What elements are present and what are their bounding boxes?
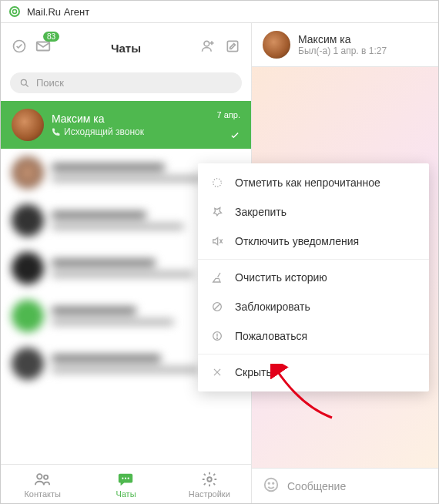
- svg-point-11: [128, 478, 129, 479]
- svg-point-13: [265, 479, 278, 492]
- menu-clear[interactable]: Очистить историю: [198, 263, 429, 292]
- menu-label: Пожаловаться: [235, 330, 307, 342]
- svg-point-16: [213, 179, 222, 187]
- menu-pin[interactable]: Закрепить: [198, 197, 429, 227]
- composer[interactable]: Сообщение: [252, 468, 438, 503]
- svg-point-6: [21, 79, 26, 85]
- chat-name: Максим ка: [52, 113, 209, 125]
- avatar: [12, 109, 44, 141]
- svg-point-4: [204, 41, 209, 46]
- avatar[interactable]: [263, 31, 290, 59]
- svg-point-19: [216, 338, 217, 338]
- dotted-circle-icon: [210, 176, 224, 190]
- mute-icon: [210, 234, 224, 248]
- conversation-name: Максим ка: [298, 33, 387, 45]
- nav-chats-label: Чаты: [116, 489, 136, 499]
- svg-point-9: [122, 478, 124, 479]
- nav-settings-label: Настройки: [189, 489, 230, 499]
- menu-label: Заблокировать: [235, 301, 310, 313]
- menu-block[interactable]: Заблокировать: [198, 292, 429, 321]
- nav-contacts-label: Контакты: [24, 489, 61, 499]
- conversation-header: Максим ка Был(-а) 1 апр. в 1:27: [252, 23, 438, 67]
- search-placeholder: Поиск: [36, 77, 64, 89]
- composer-placeholder: Сообщение: [287, 480, 346, 492]
- block-icon: [210, 300, 224, 314]
- chats-icon: [117, 471, 134, 488]
- svg-point-12: [207, 477, 212, 482]
- menu-separator: [198, 259, 429, 260]
- menu-label: Скрыть: [235, 366, 272, 378]
- nav-settings[interactable]: Настройки: [168, 465, 251, 503]
- menu-label: Отметить как непрочитанное: [235, 176, 380, 189]
- svg-point-10: [125, 478, 126, 479]
- menu-mark-unread[interactable]: Отметить как непрочитанное: [198, 168, 429, 197]
- menu-report[interactable]: Пожаловаться: [198, 321, 429, 351]
- chat-subtitle: Исходящий звонок: [64, 126, 144, 137]
- check-icon: [230, 130, 240, 144]
- phone-icon: [52, 127, 61, 136]
- search-icon: [19, 78, 30, 89]
- add-contact-icon[interactable]: [200, 39, 216, 57]
- titlebar: Mail.Ru Агент: [1, 1, 438, 23]
- svg-point-8: [44, 475, 48, 479]
- gear-icon: [201, 471, 218, 488]
- contacts-icon: [34, 471, 51, 488]
- svg-point-1: [13, 10, 17, 14]
- svg-point-7: [37, 474, 42, 479]
- menu-hide[interactable]: Скрыть: [198, 358, 429, 387]
- conversation-status: Был(-а) 1 апр. в 1:27: [298, 45, 387, 56]
- menu-label: Закрепить: [235, 206, 287, 218]
- unread-badge: 83: [43, 32, 59, 42]
- alert-icon: [210, 329, 224, 343]
- svg-point-0: [10, 7, 19, 16]
- chat-item-selected[interactable]: Максим ка Исходящий звонок 7 апр.: [1, 101, 251, 149]
- chat-date: 7 апр.: [217, 110, 240, 119]
- svg-rect-5: [227, 41, 237, 51]
- broom-icon: [210, 270, 224, 284]
- context-menu: Отметить как непрочитанное Закрепить Отк…: [198, 163, 429, 391]
- close-icon: [210, 365, 224, 379]
- envelope-icon[interactable]: 83: [35, 38, 52, 58]
- svg-point-15: [273, 482, 273, 483]
- menu-mute[interactable]: Отключить уведомления: [198, 227, 429, 256]
- app-logo: [8, 5, 21, 18]
- bottom-nav: Контакты Чаты Настройки: [1, 464, 251, 503]
- menu-separator: [198, 354, 429, 354]
- compose-icon[interactable]: [225, 39, 240, 57]
- menu-label: Очистить историю: [235, 271, 327, 284]
- check-circle-icon[interactable]: [12, 39, 27, 57]
- menu-label: Отключить уведомления: [235, 235, 359, 247]
- nav-chats[interactable]: Чаты: [84, 465, 167, 503]
- app-title: Mail.Ru Агент: [27, 6, 89, 18]
- emoji-icon[interactable]: [263, 476, 280, 496]
- chats-toolbar: 83 Чаты: [1, 23, 251, 68]
- search-input[interactable]: Поиск: [10, 72, 242, 93]
- nav-contacts[interactable]: Контакты: [1, 465, 84, 503]
- svg-point-14: [269, 482, 270, 483]
- pin-icon: [210, 205, 224, 219]
